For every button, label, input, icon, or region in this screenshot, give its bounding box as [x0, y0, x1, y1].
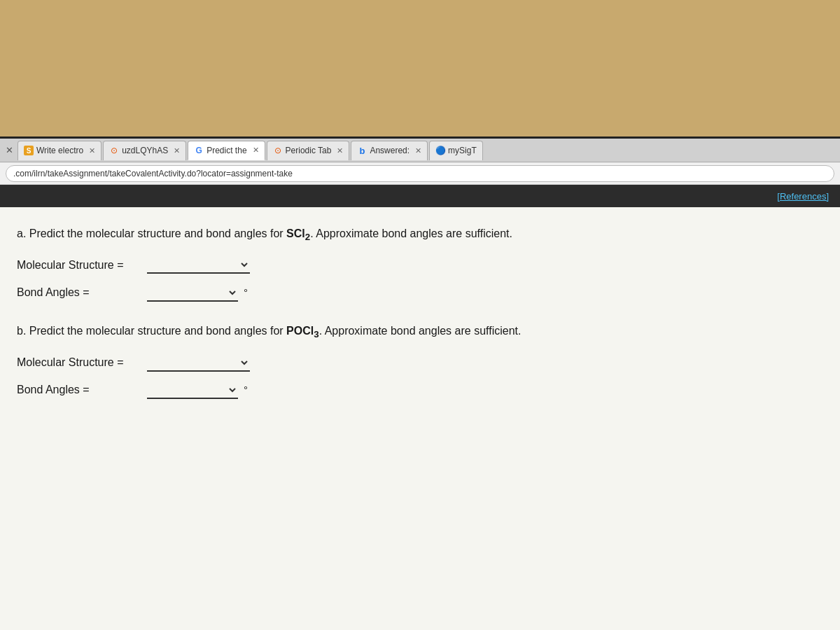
main-content: a. Predict the molecular structure and b…: [0, 207, 840, 630]
tab6-label: mySigT: [448, 146, 477, 155]
url-input[interactable]: [6, 165, 834, 182]
bond-angles-b-degree: °: [244, 381, 248, 399]
mol-structure-a-select[interactable]: linear bent trigonal planar trigonal pyr…: [147, 255, 250, 274]
tab4-close[interactable]: ✕: [337, 146, 343, 155]
question-b-block: b. Predict the molecular structure and b…: [17, 321, 823, 399]
bond-angles-a-label: Bond Angles =: [17, 283, 143, 302]
laptop-background: [0, 0, 840, 140]
question-a-prefix: a. Predict the molecular structure and b…: [17, 227, 286, 239]
tab6-icon: 🔵: [435, 146, 445, 155]
question-a-block: a. Predict the molecular structure and b…: [17, 224, 823, 302]
tab-uzd[interactable]: ⊙ uzdLQYhAS ✕: [103, 141, 186, 160]
tab-answered[interactable]: b Answered: ✕: [351, 141, 428, 160]
tab5-close[interactable]: ✕: [415, 146, 421, 155]
mol-structure-a-row: Molecular Structure = linear bent trigon…: [17, 255, 823, 274]
tab2-label: uzdLQYhAS: [122, 146, 168, 155]
bond-angles-a-degree: °: [244, 284, 248, 302]
tab3-close[interactable]: ✕: [253, 146, 259, 155]
tab-bar: ✕ S Write electro ✕ ⊙ uzdLQYhAS ✕ G Pred…: [0, 139, 840, 162]
question-b-suffix: . Approximate bond angles are sufficient…: [319, 325, 522, 337]
tab2-icon: ⊙: [109, 146, 119, 155]
question-a-formula: SCl2: [286, 227, 310, 239]
question-b-formula: POCl3: [286, 325, 319, 337]
bond-angles-b-row: Bond Angles = 90 104.5 107 109.5 120 180…: [17, 380, 823, 399]
tab-mysigt[interactable]: 🔵 mySigT: [429, 141, 483, 160]
bond-angles-a-row: Bond Angles = 90 104.5 107 109.5 120 180…: [17, 283, 823, 302]
question-a-suffix: . Approximate bond angles are sufficient…: [310, 227, 512, 239]
tab3-label: Predict the: [206, 146, 246, 155]
references-link[interactable]: [References]: [777, 191, 829, 202]
address-bar: [0, 162, 840, 185]
tab-periodic[interactable]: ⊙ Periodic Tab ✕: [267, 141, 350, 160]
mol-structure-b-label: Molecular Structure =: [17, 353, 143, 372]
bond-angles-b-select[interactable]: 90 104.5 107 109.5 120 180: [147, 381, 238, 399]
bond-angles-b-label: Bond Angles =: [17, 380, 143, 399]
question-a-text: a. Predict the molecular structure and b…: [17, 224, 823, 246]
mol-structure-b-row: Molecular Structure = linear bent trigon…: [17, 353, 823, 372]
tab3-icon: G: [194, 146, 204, 155]
browser-close-x[interactable]: ✕: [3, 145, 16, 155]
tab5-label: Answered:: [370, 146, 410, 155]
browser-window: ✕ S Write electro ✕ ⊙ uzdLQYhAS ✕ G Pred…: [0, 136, 840, 630]
tab-write-electro[interactable]: S Write electro ✕: [18, 141, 102, 160]
toolbar-bar: [References]: [0, 185, 840, 207]
mol-structure-b-select[interactable]: linear bent trigonal planar trigonal pyr…: [147, 354, 250, 372]
bond-angles-a-select[interactable]: 90 104.5 107 109.5 120 180: [147, 284, 238, 302]
tab4-icon: ⊙: [273, 146, 283, 155]
tab2-close[interactable]: ✕: [174, 146, 180, 155]
tab5-icon: b: [357, 146, 367, 155]
question-b-text: b. Predict the molecular structure and b…: [17, 321, 823, 343]
tab-predict[interactable]: G Predict the ✕: [188, 141, 265, 160]
tab4-label: Periodic Tab: [286, 146, 332, 155]
question-b-prefix: b. Predict the molecular structure and b…: [17, 325, 286, 337]
mol-structure-a-label: Molecular Structure =: [17, 255, 143, 274]
tab1-label: Write electro: [36, 146, 83, 155]
tab1-close[interactable]: ✕: [89, 146, 95, 155]
tab1-icon: S: [24, 146, 34, 155]
